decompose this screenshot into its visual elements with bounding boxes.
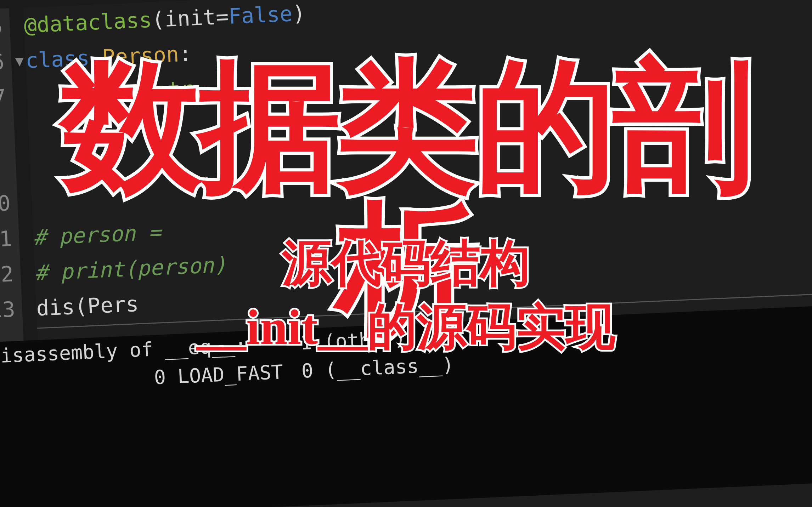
value-token: False xyxy=(228,1,293,29)
line-number: 5 xyxy=(0,8,11,45)
punct-token: ) xyxy=(292,1,306,26)
video-subtitle-overlay: __init__的源码实现 xyxy=(0,294,812,361)
punct-token: ( xyxy=(151,7,165,32)
param-token: init xyxy=(164,5,216,32)
punct-token: = xyxy=(215,4,229,29)
video-subtitle-overlay: 源代码结构 xyxy=(0,230,812,297)
decorator-token: @dataclass xyxy=(23,7,152,38)
